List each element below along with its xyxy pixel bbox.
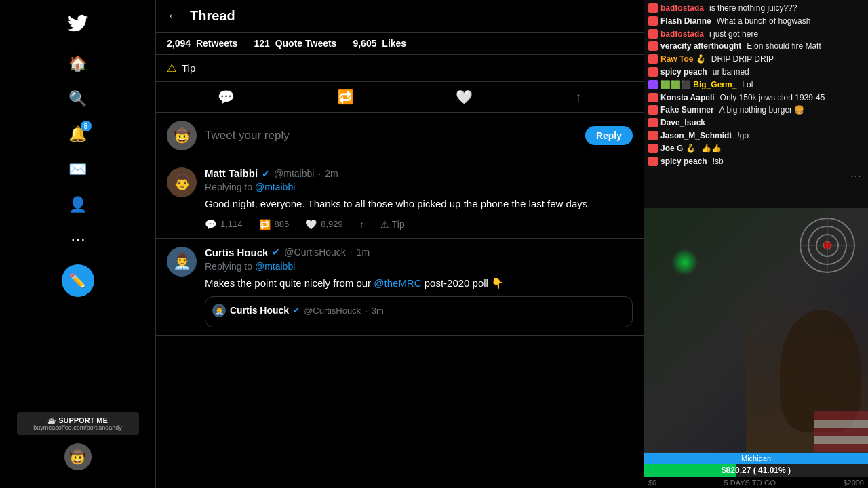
- progress-endpoints: $0 5 DAYS TO GO $2000: [644, 477, 868, 488]
- list-item: Dave_lsuck: [648, 117, 864, 129]
- chat-text: !sb: [713, 156, 724, 167]
- sidebar-item-home[interactable]: 🏠: [62, 47, 94, 80]
- flag-decoration: [814, 411, 868, 452]
- retweet-icon: 🔁: [259, 219, 271, 230]
- curtis-reply-mention[interactable]: @mtaibbi: [255, 261, 295, 272]
- mrc-mention[interactable]: @theMRC: [374, 277, 421, 289]
- curtis-time: 1m: [357, 247, 370, 258]
- tip-label: Tip: [392, 219, 405, 230]
- chat-more-button[interactable]: ⋯: [850, 169, 861, 182]
- retweet-count[interactable]: 🔁 885: [259, 219, 290, 230]
- reply-avatar: 🤠: [167, 121, 197, 150]
- chat-text: Lol: [742, 79, 753, 91]
- chat-text: i just got here: [709, 28, 758, 40]
- sidebar-item-messages[interactable]: ✉️: [62, 153, 94, 186]
- retweet-number: 885: [275, 219, 290, 229]
- notification-count: 5: [81, 121, 92, 131]
- tweet-handle: @mtaibbi: [274, 168, 314, 179]
- chat-username: Joe G 🪝: [660, 143, 696, 155]
- warning-icon: ⚠: [167, 62, 176, 75]
- share-icon: ↑: [359, 219, 364, 230]
- user-avatar[interactable]: 🤠: [64, 443, 92, 470]
- chat-icon: [648, 144, 658, 153]
- location-badge: Michigan: [644, 453, 868, 464]
- chat-username: Konsta Aapeli: [660, 92, 715, 104]
- list-item: badfostada i just got here: [648, 28, 864, 40]
- reply-number: 1,114: [220, 219, 243, 229]
- chat-username: veracity afterthought: [660, 41, 741, 52]
- sidebar: 🏠 🔍 🔔 5 ✉️ 👤 ⋯ ✏️ ☕ SUPPORT ME buymeacof…: [0, 0, 156, 488]
- chat-text: ur banned: [713, 66, 749, 78]
- like-count[interactable]: 🤍 8,929: [305, 219, 343, 230]
- share-button[interactable]: ↑: [359, 219, 364, 230]
- tweet-time: ·: [318, 168, 321, 179]
- tip-label: Tip: [182, 62, 195, 74]
- quoted-tweet: 👨‍💼 Curtis Houck ✔ @CurtisHouck · 3m: [205, 296, 633, 327]
- curtis-replying-to: Replying to @mtaibbi: [205, 261, 633, 272]
- reply-placeholder[interactable]: Tweet your reply: [205, 129, 290, 142]
- chat-text: Elon should fire Matt: [747, 41, 821, 52]
- list-item: Joe G 🪝 👍👍: [648, 143, 864, 155]
- quoted-dot: ·: [365, 306, 368, 316]
- reply-action-icon[interactable]: 💬: [218, 89, 235, 105]
- quoted-author-name: Curtis Houck: [230, 305, 289, 316]
- chat-icon: [648, 16, 658, 26]
- verified-badge: ✔: [262, 168, 270, 179]
- chat-icon: [648, 67, 658, 77]
- sidebar-item-notifications[interactable]: 🔔 5: [62, 118, 94, 150]
- curtis-handle: @CurtisHouck: [284, 247, 345, 258]
- chat-icon: [648, 93, 658, 102]
- stats-bar: 2,094 Retweets 121 Quote Tweets 9,605 Li…: [156, 33, 644, 55]
- tweet-author-name: Matt Taibbi: [205, 167, 258, 179]
- progress-section: Michigan $820.27 ( 41.01% ) $0 5 DAYS TO…: [644, 452, 868, 488]
- sidebar-item-search[interactable]: 🔍: [62, 83, 94, 115]
- tip-bar[interactable]: ⚠ Tip: [156, 55, 644, 82]
- compose-button[interactable]: ✏️: [62, 264, 94, 297]
- more-icon: ⋯: [71, 231, 85, 249]
- progress-end: $2000: [843, 479, 864, 487]
- mail-icon: ✉️: [68, 161, 87, 178]
- matt-taibbi-avatar: 👨: [167, 167, 197, 197]
- chat-text: Only 150k jews died 1939-45: [720, 92, 825, 104]
- sidebar-item-more[interactable]: ⋯: [62, 224, 94, 256]
- twitter-logo[interactable]: [62, 7, 94, 39]
- sidebar-item-profile[interactable]: 👤: [62, 188, 94, 221]
- chat-username: spicy peach: [660, 66, 707, 78]
- thread-panel: ← Thread 2,094 Retweets 121 Quote Tweets…: [156, 0, 644, 488]
- support-label: SUPPORT ME: [58, 416, 108, 424]
- quoted-time: 3m: [372, 306, 384, 316]
- progress-label: $820.27 ( 41.01% ): [722, 466, 791, 475]
- replying-to: Replying to @mtaibbi: [205, 182, 633, 192]
- reply-count[interactable]: 💬 1,114: [205, 219, 243, 230]
- retweet-stat: 2,094 Retweets: [167, 38, 240, 49]
- chat-text: What a bunch of hogwash: [717, 16, 811, 27]
- quoted-avatar: 👨‍💼: [212, 304, 226, 317]
- chat-username: 🟩🟩⬛ Big_Germ_: [660, 79, 736, 91]
- chat-username: Jason_M_Schmidt: [660, 130, 732, 142]
- chat-username: badfostada: [660, 3, 704, 14]
- retweet-action-icon[interactable]: 🔁: [337, 89, 354, 105]
- chat-username: badfostada: [660, 28, 704, 40]
- reply-button[interactable]: Reply: [585, 126, 633, 145]
- quoted-meta: 👨‍💼 Curtis Houck ✔ @CurtisHouck · 3m: [212, 304, 625, 317]
- list-item: veracity afterthought Elon should fire M…: [648, 41, 864, 52]
- reply-mention[interactable]: @mtaibbi: [255, 182, 295, 192]
- chat-icon: [648, 80, 658, 89]
- like-action-icon[interactable]: 🤍: [456, 89, 473, 105]
- share-action-icon[interactable]: ↑: [575, 89, 582, 105]
- stream-overlay: [644, 208, 868, 452]
- profile-icon: 👤: [68, 196, 87, 214]
- chat-icon: [648, 118, 658, 127]
- chat-text: !go: [737, 130, 749, 142]
- tip-button[interactable]: ⚠ Tip: [380, 219, 405, 230]
- green-glow-effect: [671, 249, 698, 276]
- home-icon: 🏠: [68, 55, 87, 73]
- chat-icon: [648, 41, 658, 51]
- search-icon: 🔍: [68, 90, 87, 108]
- curtis-tweet-text: Makes the point quite nicely from our @t…: [205, 276, 633, 291]
- list-item: Fake Summer A big nothing burger 🍔: [648, 104, 864, 116]
- reply-box: 🤠 Tweet your reply Reply: [156, 113, 644, 159]
- likes-stat: 9,605 Likes: [353, 38, 409, 49]
- back-button[interactable]: ←: [167, 9, 179, 23]
- quote-stat: 121 Quote Tweets: [254, 38, 339, 49]
